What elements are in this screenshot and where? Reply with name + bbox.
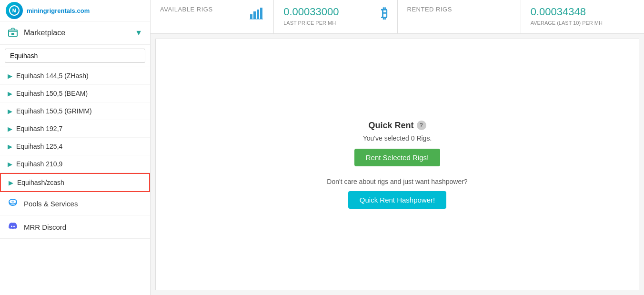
marketplace-label: Marketplace: [24, 29, 135, 37]
nav-chevron-icon: ▶: [8, 108, 12, 115]
nav-item-equihash-192[interactable]: ▶ Equihash 192,7: [0, 120, 150, 138]
nav-item-label: Equihash 192,7: [16, 125, 62, 132]
svg-rect-3: [11, 33, 14, 35]
pools-services-menu-item[interactable]: Pools & Services: [0, 192, 150, 215]
svg-point-6: [11, 226, 12, 227]
nav-item-label: Equihash 150,5 (BEAM): [16, 90, 88, 97]
last-price-value: 0.00033000: [283, 6, 387, 18]
nav-item-equihash-zcash[interactable]: ▶ Equihash/zcash: [0, 173, 150, 192]
bitcoin-icon: ₿: [381, 6, 388, 21]
chevron-down-icon: ▼: [135, 29, 142, 37]
hashpower-text: Don't care about rigs and just want hash…: [327, 178, 467, 185]
logo-area: M miningrigrentals.com: [0, 0, 150, 21]
rented-rigs-card: RENTED RIGS: [398, 0, 521, 33]
nav-item-label: Equihash 210,9: [16, 160, 62, 168]
search-input[interactable]: [5, 49, 145, 63]
selected-rigs-text: You've selected 0 Rigs.: [363, 134, 432, 142]
nav-items-list: ▶ Equihash 144,5 (ZHash) ▶ Equihash 150,…: [0, 67, 150, 192]
nav-item-equihash-144[interactable]: ▶ Equihash 144,5 (ZHash): [0, 67, 150, 85]
svg-rect-9: [253, 11, 256, 19]
nav-item-equihash-125[interactable]: ▶ Equihash 125,4: [0, 138, 150, 155]
quick-rent-hashpower-button[interactable]: Quick Rent Hashpower!: [348, 191, 446, 209]
available-rigs-card: AVAILABLE RIGS: [151, 0, 274, 33]
svg-text:M: M: [12, 8, 16, 13]
nav-chevron-icon: ▶: [8, 125, 12, 132]
logo-icon: M: [6, 2, 23, 19]
nav-item-label: Equihash 144,5 (ZHash): [16, 72, 89, 80]
nav-chevron-icon: ▶: [8, 143, 12, 150]
quick-rent-title: Quick Rent: [368, 121, 413, 131]
svg-rect-11: [260, 8, 262, 19]
stats-row: AVAILABLE RIGS 0.00033000 LAST PRICE PER…: [151, 0, 644, 34]
mrr-discord-menu-item[interactable]: MRR Discord: [0, 215, 150, 239]
nav-chevron-icon: ▶: [8, 161, 12, 168]
pools-label: Pools & Services: [24, 200, 78, 208]
svg-point-7: [13, 226, 15, 227]
nav-item-label: Equihash 150,5 (GRIMM): [16, 107, 92, 115]
bar-chart-icon: [249, 6, 264, 24]
nav-item-label: Equihash 125,4: [16, 142, 62, 150]
nav-item-label: Equihash/zcash: [17, 179, 64, 186]
rent-selected-button[interactable]: Rent Selected Rigs!: [354, 149, 441, 166]
average-price-card: 0.00034348 AVERAGE (LAST 10) PER MH: [521, 0, 644, 33]
average-value: 0.00034348: [531, 6, 634, 18]
rented-rigs-label: RENTED RIGS: [407, 6, 511, 13]
pools-icon: [8, 198, 19, 209]
nav-chevron-icon: ▶: [8, 90, 12, 97]
discord-label: MRR Discord: [24, 223, 66, 231]
quick-rent-section: Quick Rent ? You've selected 0 Rigs. Ren…: [155, 39, 639, 290]
nav-item-equihash-210[interactable]: ▶ Equihash 210,9: [0, 155, 150, 173]
quick-rent-header: Quick Rent ?: [368, 121, 426, 131]
svg-rect-10: [257, 10, 259, 19]
last-price-label: LAST PRICE PER MH: [283, 20, 387, 26]
nav-item-equihash-150-beam[interactable]: ▶ Equihash 150,5 (BEAM): [0, 85, 150, 102]
last-price-card: 0.00033000 LAST PRICE PER MH ₿: [274, 0, 397, 33]
sidebar: M miningrigrentals.com Marketplace ▼ ▶ E…: [0, 0, 151, 295]
svg-rect-8: [250, 14, 252, 19]
discord-icon: [8, 221, 19, 233]
logo-text: miningrigrentals.com: [27, 7, 90, 14]
marketplace-menu-item[interactable]: Marketplace ▼: [0, 21, 150, 45]
nav-chevron-icon: ▶: [8, 72, 12, 80]
nav-chevron-icon: ▶: [9, 179, 13, 186]
svg-point-5: [11, 201, 14, 203]
help-icon[interactable]: ?: [417, 121, 426, 130]
marketplace-icon: [8, 27, 19, 39]
nav-item-equihash-150-grimm[interactable]: ▶ Equihash 150,5 (GRIMM): [0, 102, 150, 120]
search-container: [0, 45, 150, 67]
average-label: AVERAGE (LAST 10) PER MH: [531, 20, 634, 26]
main-content: AVAILABLE RIGS 0.00033000 LAST PRICE PER…: [151, 0, 644, 295]
